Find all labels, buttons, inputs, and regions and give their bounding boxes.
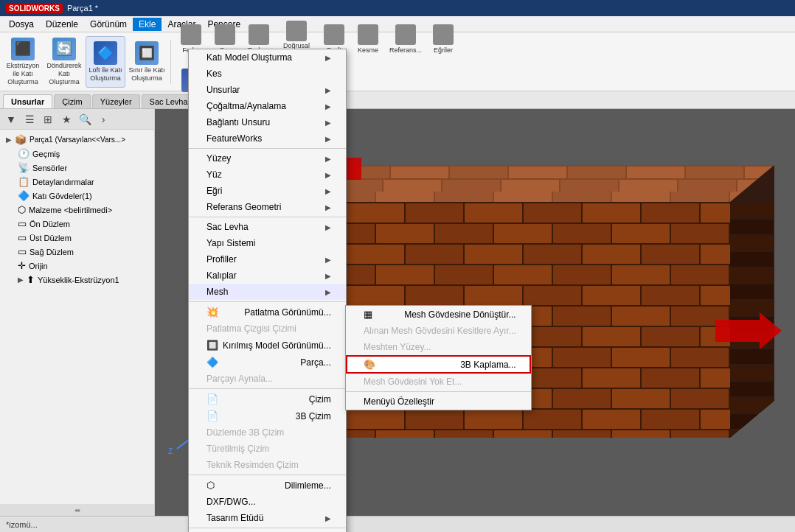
kaliplar-label: Kalıplar [206, 270, 237, 281]
svg-rect-24 [553, 224, 611, 243]
svg-rect-103 [494, 430, 552, 438]
menu-item-yapi[interactable]: Yapı Sistemi [189, 235, 346, 251]
menu-item-patlamagov[interactable]: 💥 Patlatma Görünümü... [189, 304, 346, 321]
svg-rect-96 [583, 410, 640, 429]
menu-duzenle[interactable]: Düzenle [40, 18, 84, 31]
tree-gecmis[interactable]: 🕐 Geçmiş [15, 147, 151, 161]
menu-item-baglanti[interactable]: Bağlantı Unsuru ▶ [189, 114, 346, 130]
tab-yuzeyler[interactable]: Yüzeyler [92, 94, 140, 108]
tree-sagduzlem[interactable]: ▭ Sağ Düzlem [15, 245, 151, 259]
menu-item-saclevha[interactable]: Sac Levha ▶ [189, 219, 346, 235]
menu-item-dilimleme[interactable]: ⬡ Dilimleme... [189, 477, 346, 494]
svg-rect-129 [553, 192, 611, 202]
panel-icon-filter[interactable]: ▼ [3, 111, 19, 127]
panel-icon-grid[interactable]: ⊞ [40, 111, 56, 127]
toolbar-sep1 [170, 40, 171, 84]
patlamagov-label: Patlatma Görünümü... [244, 307, 330, 318]
parca-label: Parça... [300, 357, 330, 368]
cogaltma-arrow: ▶ [325, 102, 331, 111]
toolbar-revolve[interactable]: 🔄 Döndürerek Katı Oluşturma [44, 36, 84, 88]
svg-rect-115 [686, 167, 743, 178]
tree-yukseklik[interactable]: ▶ ⬆ Yükseklik-Ekstrüzyon1 [15, 273, 151, 287]
svg-rect-141 [730, 301, 773, 315]
tab-unsurlar[interactable]: Unsurlar [3, 94, 52, 108]
menu-item-katimodel[interactable]: Katı Model Oluşturma ▶ [189, 49, 346, 66]
menu-item-referans[interactable]: Referans Geometri ▶ [189, 199, 346, 215]
dilimleme-icon: ⬡ [206, 480, 215, 491]
unsurlar-arrow: ▶ [325, 86, 331, 94]
svg-rect-97 [642, 410, 699, 429]
panel-icon-list[interactable]: ☰ [21, 111, 38, 127]
menu-item-kes[interactable]: Kes [189, 66, 346, 82]
menu-gorunum[interactable]: Görünüm [84, 18, 133, 31]
sar-icon [215, 24, 235, 45]
menu-item-kaliplar[interactable]: Kalıplar ▶ [189, 267, 346, 284]
toolbar-referans[interactable]: Referans... [386, 17, 426, 61]
tree-detaylandirmalar[interactable]: 📋 Detaylandırmalar [15, 175, 151, 189]
sep1 [189, 148, 346, 149]
menu-ekle[interactable]: Ekle [133, 18, 162, 31]
patlamacizgi-label: Patlatma Çizgisi Çizimi [206, 323, 296, 334]
tree-katigov[interactable]: 🔷 Katı Gövdeler(1) [15, 189, 151, 203]
toolbar-boundary[interactable]: 🔲 Sınır ile Katı Oluşturma [127, 36, 167, 88]
tree-icon-gecmis: 🕐 [18, 148, 29, 159]
panel-icon-star[interactable]: ★ [58, 111, 74, 127]
tasarim-arrow: ▶ [325, 514, 331, 522]
svg-rect-137 [730, 236, 773, 251]
tab-cizim[interactable]: Çizim [54, 94, 91, 108]
menu-item-3bcizim[interactable]: 📄 3B Çizim [189, 407, 346, 424]
menu-item-yuz[interactable]: Yüz ▶ [189, 167, 346, 183]
teknik-label: Teknik Resimden Çizim [206, 460, 299, 470]
menu-item-kirilmis[interactable]: 🔲 Kırılmış Model Görünümü... [189, 337, 346, 354]
svg-rect-105 [612, 430, 670, 438]
status-bar: *izomü... [0, 516, 795, 532]
mesh-item-menuozel[interactable]: Menüyü Özelleştir [346, 393, 531, 410]
loft-icon: 🔷 [94, 41, 117, 65]
tree-parca1[interactable]: ▶ 📦 Parça1 (Varsayılan<<Vars...> [3, 133, 151, 147]
mesh-item-3bkaplama[interactable]: 🎨 3B Kaplama... [346, 355, 531, 374]
menu-item-profiller[interactable]: Profiller ▶ [189, 251, 346, 267]
profiller-label: Profiller [206, 254, 237, 265]
tree-sensors[interactable]: 📡 Sensörler [15, 161, 151, 175]
katimodel-arrow: ▶ [325, 54, 331, 62]
menu-item-parca[interactable]: 🔷 Parça... [189, 354, 346, 371]
svg-rect-46 [465, 286, 522, 305]
menu-dosya[interactable]: Dosya [3, 18, 40, 31]
tree-ustduzlem[interactable]: ▭ Üst Düzlem [15, 231, 151, 245]
unsurlar-label: Unsurlar [206, 85, 240, 95]
toolbar-loft[interactable]: 🔷 Loft ile Katı Oluşturma [86, 36, 125, 88]
svg-rect-25 [612, 224, 670, 243]
toolbar-extrusion[interactable]: ⬛ Ekstrüzyon ile Katı Oluşturma [3, 36, 43, 88]
svg-rect-57 [612, 307, 670, 326]
tasarim-label: Tasarım Etüdü [206, 513, 263, 523]
cogaltma-label: Çoğaltma/Aynalama [206, 101, 286, 111]
menu-item-unsurlar[interactable]: Unsurlar ▶ [189, 82, 346, 98]
svg-rect-42 [671, 265, 729, 284]
svg-rect-44 [347, 286, 404, 305]
svg-rect-102 [435, 430, 493, 438]
panel-icon-search[interactable]: 🔍 [77, 111, 93, 127]
toolbar-kesme[interactable]: Kesme [352, 17, 384, 61]
toolbar-esriler[interactable]: Eğriler [427, 17, 459, 61]
panel-icon-arrow[interactable]: › [95, 111, 111, 127]
svg-rect-139 [730, 268, 773, 283]
menu-item-tasarim[interactable]: Tasarım Etüdü ▶ [189, 510, 346, 526]
referans-arrow: ▶ [325, 203, 331, 211]
svg-rect-16 [583, 203, 640, 223]
tree-label-gecmis: Geçmiş [32, 150, 60, 158]
tree-malzeme[interactable]: ⬡ Malzeme <belirtilmedi> [15, 203, 151, 217]
alinmesh-label: Alınan Mesh Gövdesini Kesitlere Ayır... [364, 326, 516, 336]
menu-item-cogaltma[interactable]: Çoğaltma/Aynalama ▶ [189, 98, 346, 114]
meshgov-label: Mesh Gövdesine Dönüştür... [404, 309, 515, 320]
menu-item-mesh[interactable]: Mesh ▶ [189, 284, 346, 300]
svg-rect-122 [619, 180, 677, 192]
menu-item-featureworks[interactable]: FeatureWorks ▶ [189, 130, 346, 147]
tree-orijin[interactable]: ✛ Orijin [15, 259, 151, 273]
mesh-item-govdonustu[interactable]: ▦ Mesh Gövdesine Dönüştür... [346, 306, 531, 323]
panel-resize-handle[interactable]: ⬌ [0, 504, 154, 516]
menu-item-egri[interactable]: Eğri ▶ [189, 183, 346, 199]
tree-onduzlem[interactable]: ▭ Ön Düzlem [15, 217, 151, 231]
menu-item-dxf[interactable]: DXF/DWG... [189, 494, 346, 510]
menu-item-yuzey[interactable]: Yüzey ▶ [189, 150, 346, 167]
menu-item-cizim[interactable]: 📄 Çizim [189, 391, 346, 407]
